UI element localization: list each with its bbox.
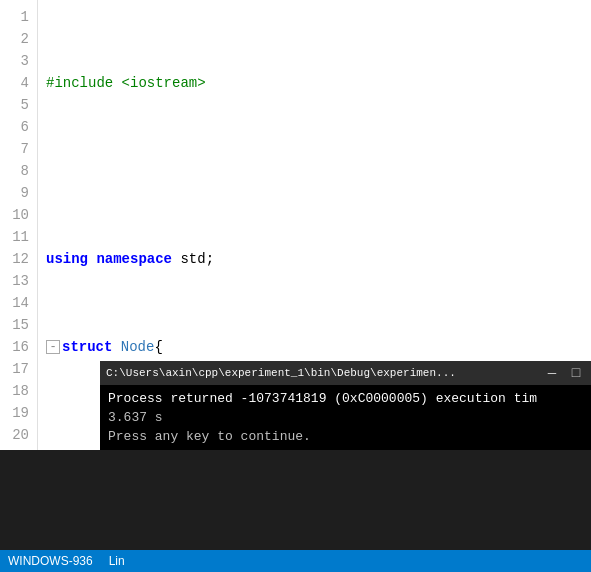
terminal-panel: C:\Users\axin\cpp\experiment_1\bin\Debug… xyxy=(100,361,591,450)
terminal-path: C:\Users\axin\cpp\experiment_1\bin\Debug… xyxy=(106,367,543,379)
code-line-4: -struct Node{ xyxy=(46,336,583,358)
encoding-label: WINDOWS-936 xyxy=(8,554,93,568)
code-line-1: #include <iostream> xyxy=(46,72,583,94)
process-line: Process returned -1073741819 (0xC0000005… xyxy=(108,389,583,408)
minimize-button[interactable]: — xyxy=(543,365,561,381)
status-bar: WINDOWS-936 Lin xyxy=(0,550,591,572)
time-line: 3.637 s xyxy=(108,408,583,427)
code-line-2 xyxy=(46,160,583,182)
line-numbers: 1 2 3 4 5 6 7 8 9 10 11 12 13 14 15 16 1… xyxy=(0,0,38,450)
continue-line: Press any key to continue. xyxy=(108,427,583,446)
terminal-controls: — □ xyxy=(543,365,585,381)
collapse-icon-4[interactable]: - xyxy=(46,340,60,354)
terminal-titlebar: C:\Users\axin\cpp\experiment_1\bin\Debug… xyxy=(100,361,591,385)
editor-area: 1 2 3 4 5 6 7 8 9 10 11 12 13 14 15 16 1… xyxy=(0,0,591,450)
terminal-body: Process returned -1073741819 (0xC0000005… xyxy=(100,385,591,450)
maximize-button[interactable]: □ xyxy=(567,365,585,381)
code-line-3: using namespace std; xyxy=(46,248,583,270)
line-info-label: Lin xyxy=(109,554,125,568)
